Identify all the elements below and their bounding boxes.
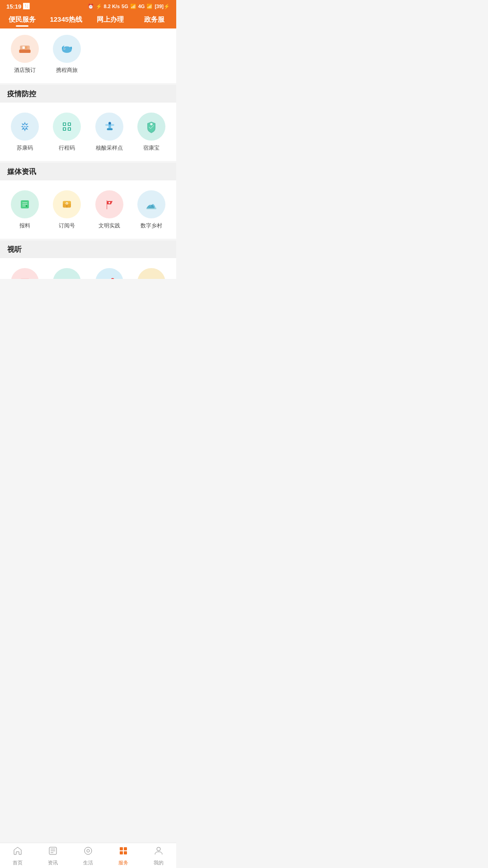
network-icon: 5G: [122, 4, 128, 9]
svg-rect-13: [64, 123, 66, 125]
tab-online[interactable]: 网上办理: [88, 12, 132, 26]
section-header-av: 视听: [0, 241, 176, 258]
dolphin-icon: [59, 41, 75, 57]
svg-point-26: [26, 205, 28, 207]
section-header-epidemic: 疫情防控: [0, 85, 176, 103]
svg-rect-1: [19, 50, 30, 53]
icon-item-sukangma[interactable]: 苏康码: [4, 110, 46, 156]
signal-bars2: 📶: [146, 4, 153, 9]
svg-point-6: [64, 48, 65, 49]
tv-icon-circle: [11, 268, 39, 279]
hotel-icon: [17, 41, 33, 57]
av-grid: 电视 广播: [0, 258, 176, 279]
bluetooth-icon: ⚡: [96, 4, 102, 9]
time: 15:19: [6, 3, 21, 10]
flag-icon-circle: [95, 190, 123, 218]
icon-item-village[interactable]: 数字乡村: [131, 188, 173, 233]
svg-rect-33: [146, 208, 156, 209]
video-icon: [143, 274, 160, 279]
signal-bars: 📶: [130, 4, 136, 9]
live-icon: [101, 274, 117, 279]
trip-code-icon: [59, 118, 75, 135]
hotel-icon-circle: [11, 35, 39, 63]
svg-rect-15: [64, 128, 66, 130]
status-bar: 15:19 🅽 ⏰ ⚡ 8.2 K/s 5G 📶 4G 📶 [39]⚡: [0, 0, 176, 12]
icon-item-hotel[interactable]: 酒店预订: [4, 32, 46, 78]
tab-convenience[interactable]: 便民服务: [0, 12, 44, 26]
tab-government[interactable]: 政务服: [132, 12, 177, 26]
sukangma-label: 苏康码: [17, 144, 33, 152]
nav-tabs: 便民服务 12345热线 网上办理 政务服: [0, 12, 176, 28]
icon-item-sukangbao[interactable]: 宿康宝: [131, 110, 173, 156]
report-icon: [17, 196, 33, 212]
sukangma-icon-circle: [11, 113, 39, 141]
health-code-icon: [17, 118, 33, 135]
svg-point-20: [108, 122, 111, 124]
speed: 8.2 K/s: [104, 4, 120, 9]
report-icon-circle: [11, 190, 39, 218]
live-icon-circle: [95, 268, 123, 279]
hotel-label: 酒店预订: [14, 66, 36, 74]
radio-icon-circle: [53, 268, 81, 279]
svg-rect-3: [25, 47, 27, 49]
sukangbao-label: 宿康宝: [143, 144, 160, 152]
epidemic-grid: 苏康码 行程码: [0, 103, 176, 161]
svg-point-46: [111, 278, 114, 279]
nucleic-icon: [101, 118, 117, 135]
icon-item-radio[interactable]: 广播: [46, 265, 89, 279]
village-label: 数字乡村: [141, 222, 162, 230]
icon-item-nucleic[interactable]: 核酸采样点: [88, 110, 131, 156]
svg-rect-16: [69, 128, 70, 130]
icon-item-tripcode[interactable]: 行程码: [46, 110, 89, 156]
subscribe-icon-circle: [53, 190, 81, 218]
svg-point-21: [150, 123, 153, 125]
ctrip-icon-circle: [53, 35, 81, 63]
subscribe-icon: [59, 196, 75, 212]
video-icon-circle: [137, 268, 165, 279]
tab-hotline[interactable]: 12345热线: [44, 12, 89, 26]
status-right: ⏰ ⚡ 8.2 K/s 5G 📶 4G 📶 [39]⚡: [88, 4, 170, 9]
tv-icon: [17, 274, 33, 279]
svg-point-32: [108, 202, 110, 204]
tripcode-label: 行程码: [59, 144, 75, 152]
sukangbao-icon-circle: [137, 113, 165, 141]
village-icon-circle: [137, 190, 165, 218]
icon-item-video[interactable]: 视频: [131, 265, 173, 279]
nfc-icon: 🅽: [23, 3, 29, 10]
village-icon: [143, 196, 160, 212]
ctrip-label: 携程商旅: [56, 66, 78, 74]
tripcode-icon-circle: [53, 113, 81, 141]
icon-item-report[interactable]: 报料: [4, 188, 46, 233]
subscribe-label: 订阅号: [59, 222, 75, 230]
flag-icon: [101, 196, 117, 212]
icon-item-live[interactable]: 活动直播: [88, 265, 131, 279]
flag-label: 文明实践: [99, 222, 120, 230]
svg-rect-18: [107, 128, 113, 131]
icon-item-subscribe[interactable]: 订阅号: [46, 188, 89, 233]
shield-icon: [143, 118, 160, 135]
icon-item-ctrip[interactable]: 携程商旅: [46, 32, 89, 78]
top-partial-row: 酒店预订 携程商旅: [0, 28, 176, 83]
media-grid: 报料 订阅号: [0, 180, 176, 239]
main-content: 酒店预订 携程商旅 疫情防控: [0, 28, 176, 279]
nucleic-icon-circle: [95, 113, 123, 141]
battery-icon: [39]⚡: [155, 4, 170, 9]
status-left: 15:19 🅽: [6, 3, 29, 10]
section-header-media: 媒体资讯: [0, 163, 176, 180]
icon-item-tv[interactable]: 电视: [4, 265, 46, 279]
svg-rect-14: [69, 123, 70, 125]
radio-icon: [59, 274, 75, 279]
nucleic-label: 核酸采样点: [96, 144, 123, 152]
network2-icon: 4G: [138, 4, 145, 9]
svg-rect-2: [22, 47, 24, 49]
icon-item-flag[interactable]: 文明实践: [88, 188, 131, 233]
report-label: 报料: [19, 222, 30, 230]
alarm-icon: ⏰: [88, 4, 94, 9]
